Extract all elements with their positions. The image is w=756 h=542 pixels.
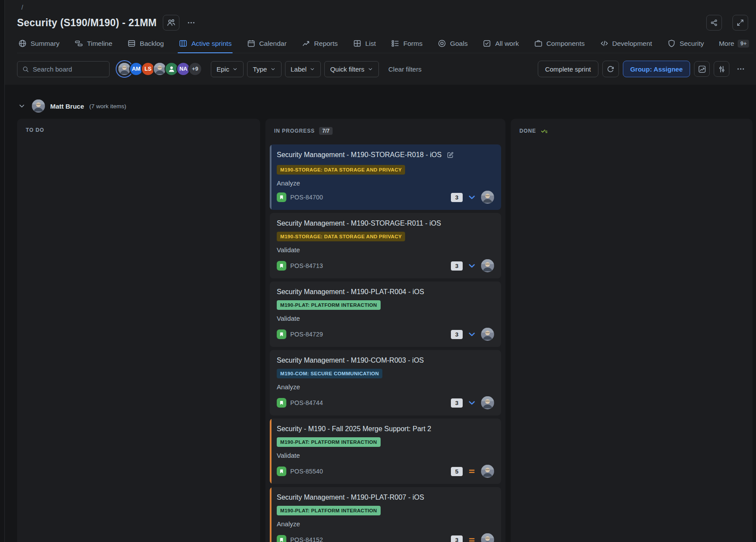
- tab-label: Summary: [31, 40, 59, 48]
- tab-label: Active sprints: [191, 40, 231, 48]
- checklist-icon: [540, 127, 548, 135]
- card-status: Validate: [277, 315, 494, 322]
- card-title: Security Management - M190-PLAT-R007 - i…: [277, 493, 424, 502]
- edit-icon[interactable]: [446, 151, 454, 161]
- board-card[interactable]: Security Management - M190-PLAT-R007 - i…: [270, 487, 501, 542]
- tab-label: Development: [612, 40, 652, 48]
- search-board[interactable]: [17, 61, 110, 77]
- story-points-badge: 3: [451, 398, 463, 408]
- insights-button[interactable]: [694, 61, 710, 77]
- tab-icon: [482, 39, 491, 48]
- share-button[interactable]: [706, 15, 722, 31]
- chevron-down-icon: [309, 66, 315, 72]
- search-input[interactable]: [33, 65, 105, 73]
- tab-backlog[interactable]: Backlog: [126, 35, 165, 53]
- card-key: POS-84744: [290, 399, 323, 406]
- tab-icon: [667, 39, 676, 48]
- tab-label: Reports: [314, 40, 338, 48]
- board: Matt Bruce (7 work items) TO DO IN PROGR…: [5, 85, 756, 542]
- board-card[interactable]: Security - M190 - Fall 2025 Merge Suppor…: [270, 419, 501, 484]
- tab-all-work[interactable]: All work: [481, 35, 519, 53]
- breadcrumb: /: [17, 3, 753, 12]
- view-settings-button[interactable]: [714, 61, 729, 77]
- column-count-badge: 7/7: [319, 127, 333, 135]
- card-status: Analyze: [277, 383, 494, 391]
- tab-components[interactable]: Components: [533, 35, 586, 53]
- tab-development[interactable]: Development: [599, 35, 653, 53]
- card-title: Security Management - M190-PLAT-R004 - i…: [277, 288, 424, 296]
- group-by-button[interactable]: Group: Assignee: [623, 61, 690, 77]
- card-key: POS-85540: [290, 468, 323, 475]
- tab-forms[interactable]: Forms: [390, 35, 423, 53]
- tab-icon: [437, 39, 447, 48]
- breadcrumb-separator: /: [21, 4, 23, 11]
- collapse-chevron-icon[interactable]: [17, 101, 27, 111]
- priority-icon: [467, 329, 477, 339]
- card-assignee-avatar: [481, 533, 494, 542]
- story-points-badge: 3: [451, 330, 463, 339]
- tab-label: More: [719, 40, 734, 48]
- card-assignee-avatar: [481, 465, 494, 478]
- card-label-chip: M190-STORAGE: DATA STORAGE AND PRIVACY: [277, 165, 405, 175]
- card-key: POS-84152: [290, 536, 323, 542]
- title-more-button[interactable]: [184, 15, 199, 31]
- tab-timeline[interactable]: Timeline: [73, 35, 113, 53]
- board-card[interactable]: Security Management - M190-STORAGE-R018 …: [270, 144, 501, 210]
- title-row: Security (S190/M190) - 21MM: [17, 14, 753, 31]
- card-status: Validate: [277, 246, 494, 254]
- jira-board-page: / Security (S190/M190) - 21MM Summary Ti…: [0, 0, 756, 542]
- tab-label: Timeline: [87, 40, 112, 48]
- filter-dropdown-label[interactable]: Label: [285, 61, 321, 77]
- card-status: Analyze: [277, 520, 494, 528]
- tab[interactable]: More 9+: [718, 36, 750, 52]
- share-people-button[interactable]: [163, 15, 179, 31]
- sidebar-edge[interactable]: [0, 0, 5, 542]
- clear-filters-button[interactable]: Clear filters: [388, 65, 422, 73]
- tab-icon: [534, 39, 543, 48]
- search-icon: [22, 65, 29, 73]
- board-card[interactable]: Security Management - M190-COM-R003 - iO…: [270, 350, 501, 415]
- tab-icon: [179, 39, 188, 48]
- story-type-icon: [277, 261, 286, 271]
- board-card[interactable]: Security Management - M190-STORAGE-R011 …: [270, 213, 501, 278]
- board-card[interactable]: Security Management - M190-PLAT-R004 - i…: [270, 281, 501, 347]
- assignee-avatars: AMLSNA+9: [117, 62, 202, 76]
- card-title: Security Management - M190-STORAGE-R018 …: [277, 151, 442, 159]
- card-label-chip: M190-PLAT: PLATFORM INTERACTION: [277, 300, 381, 310]
- card-title: Security - M190 - Fall 2025 Merge Suppor…: [277, 425, 431, 433]
- tab-icon: [247, 39, 256, 48]
- filter-dropdown-epic[interactable]: Epic: [211, 61, 244, 77]
- card-label-chip: M190-PLAT: PLATFORM INTERACTION: [277, 437, 381, 447]
- tab-label: Goals: [450, 40, 468, 48]
- priority-icon: [467, 467, 477, 476]
- tab-active-sprints[interactable]: Active sprints: [178, 35, 232, 53]
- more-count-badge: 9+: [738, 40, 749, 48]
- story-points-badge: 5: [451, 467, 463, 476]
- card-assignee-avatar: [481, 328, 494, 341]
- card-key: POS-84713: [290, 262, 323, 269]
- board-more-button[interactable]: [733, 61, 748, 77]
- swimlane-header: Matt Bruce (7 work items): [17, 99, 756, 113]
- avatar-overflow[interactable]: +9: [188, 62, 202, 76]
- card-label-chip: M190-PLAT: PLATFORM INTERACTION: [277, 506, 381, 515]
- story-type-icon: [277, 467, 286, 476]
- chevron-down-icon: [232, 66, 238, 72]
- card-status: Validate: [277, 452, 494, 459]
- tab-list[interactable]: List: [352, 35, 377, 53]
- toolbar-right: Complete sprint Group: Assignee: [538, 61, 748, 77]
- story-type-icon: [277, 192, 286, 202]
- column-title: IN PROGRESS: [274, 128, 315, 134]
- sprint-cycle-button[interactable]: [602, 61, 619, 77]
- tab-summary[interactable]: Summary: [17, 35, 60, 53]
- tab-security[interactable]: Security: [666, 35, 705, 53]
- tab-goals[interactable]: Goals: [436, 35, 469, 53]
- tab-reports[interactable]: Reports: [301, 35, 339, 53]
- column-in-progress: IN PROGRESS 7/7 Security Management - M1…: [265, 119, 505, 542]
- card-label-chip: M190-STORAGE: DATA STORAGE AND PRIVACY: [277, 232, 405, 241]
- tab-calendar[interactable]: Calendar: [246, 35, 288, 53]
- filter-dropdown-quick-filters[interactable]: Quick filters: [324, 61, 378, 77]
- tab-bar: Summary Timeline Backlog Active sprints …: [17, 35, 753, 53]
- fullscreen-button[interactable]: [732, 15, 748, 31]
- filter-dropdown-type[interactable]: Type: [247, 61, 282, 77]
- complete-sprint-button[interactable]: Complete sprint: [538, 61, 598, 77]
